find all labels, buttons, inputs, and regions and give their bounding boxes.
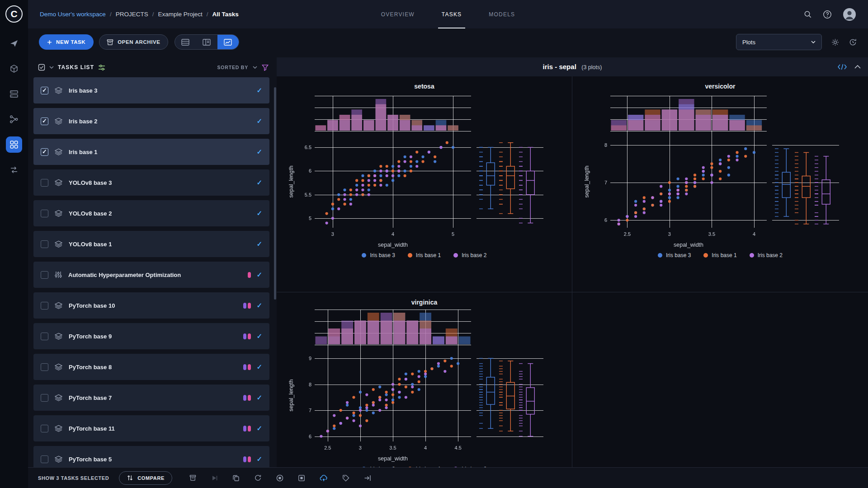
task-tags bbox=[243, 333, 251, 339]
legend-item[interactable]: Iris base 1 bbox=[703, 252, 736, 258]
task-row[interactable]: YOLOv8 base 2✓ bbox=[33, 200, 269, 226]
chevron-down-icon bbox=[811, 41, 816, 43]
breadcrumb: Demo User's workspace/PROJECTS/Example P… bbox=[40, 11, 368, 18]
publish-icon[interactable] bbox=[320, 474, 328, 482]
legend-item[interactable]: Iris base 1 bbox=[408, 252, 441, 258]
task-row[interactable]: Iris base 1✓ bbox=[33, 139, 269, 165]
plot-setosa: setosaIris base 3Iris base 1Iris base 2 bbox=[277, 76, 572, 292]
embed-code-icon[interactable] bbox=[837, 64, 847, 70]
task-checkbox[interactable] bbox=[41, 455, 48, 463]
plots-dropdown[interactable]: Plots bbox=[736, 34, 822, 50]
task-checkbox[interactable] bbox=[41, 425, 48, 432]
sidebar-item-projects[interactable] bbox=[6, 61, 22, 77]
table-view-button[interactable] bbox=[175, 35, 196, 49]
chevron-down-icon[interactable] bbox=[253, 66, 257, 69]
new-task-button[interactable]: NEW TASK bbox=[39, 34, 94, 50]
reset-icon[interactable] bbox=[254, 474, 262, 482]
task-row[interactable]: Iris base 3✓ bbox=[33, 77, 269, 103]
task-row[interactable]: PyTorch base 10✓ bbox=[33, 292, 269, 319]
task-checkbox[interactable] bbox=[41, 363, 48, 371]
completed-status-icon: ✓ bbox=[256, 424, 262, 432]
task-checkbox[interactable] bbox=[41, 333, 48, 340]
plot-empty bbox=[572, 292, 868, 467]
task-row[interactable]: PyTorch base 8✓ bbox=[33, 354, 269, 380]
scrollbar[interactable] bbox=[274, 87, 276, 300]
run-icon[interactable] bbox=[211, 474, 218, 482]
sidebar-item-datasets[interactable] bbox=[6, 86, 22, 102]
task-row[interactable]: YOLOv8 base 1✓ bbox=[33, 231, 269, 257]
legend-item[interactable]: Iris base 3 bbox=[658, 252, 691, 258]
task-checkbox[interactable] bbox=[41, 210, 48, 217]
chart-view-icon bbox=[224, 39, 232, 46]
legend-item[interactable]: Iris base 3 bbox=[362, 252, 395, 258]
tab-models[interactable]: MODELS bbox=[475, 0, 528, 28]
breadcrumb-item[interactable]: PROJECTS bbox=[116, 11, 148, 18]
open-archive-button[interactable]: OPEN ARCHIVE bbox=[99, 34, 168, 50]
abort-children-icon[interactable] bbox=[298, 474, 305, 482]
breadcrumb-item[interactable]: Demo User's workspace bbox=[40, 11, 106, 18]
legend-item[interactable]: Iris base 2 bbox=[453, 252, 486, 258]
move-to-project-icon[interactable] bbox=[364, 474, 371, 482]
chevron-down-icon[interactable] bbox=[49, 66, 54, 69]
sidebar-item-launch[interactable] bbox=[6, 35, 22, 52]
plots-header: iris - sepal (3 plots) bbox=[277, 57, 868, 76]
task-row[interactable]: YOLOv8 base 3✓ bbox=[33, 169, 269, 196]
chart-view-button[interactable] bbox=[217, 35, 239, 49]
tag-dot-pink bbox=[248, 456, 251, 462]
sidebar-item-pipelines[interactable] bbox=[6, 111, 22, 127]
tags-icon[interactable] bbox=[342, 474, 349, 482]
task-checkbox[interactable] bbox=[41, 148, 48, 156]
completed-status-icon: ✓ bbox=[256, 394, 262, 402]
abort-icon[interactable] bbox=[276, 474, 283, 482]
task-row[interactable]: Iris base 2✓ bbox=[33, 108, 269, 134]
completed-status-icon: ✓ bbox=[256, 209, 262, 217]
task-row[interactable]: Automatic Hyperparameter Optimization✓ bbox=[33, 262, 269, 288]
experiment-icon bbox=[55, 425, 62, 432]
task-row[interactable]: PyTorch base 7✓ bbox=[33, 385, 269, 411]
task-checkbox[interactable] bbox=[41, 117, 48, 125]
completed-status-icon: ✓ bbox=[256, 332, 262, 340]
split-view-button[interactable] bbox=[196, 35, 217, 49]
task-checkbox[interactable] bbox=[41, 302, 48, 310]
plot-canvas-setosa[interactable] bbox=[287, 92, 562, 251]
tab-overview[interactable]: OVERVIEW bbox=[368, 0, 428, 28]
help-icon[interactable] bbox=[823, 10, 832, 19]
task-checkbox[interactable] bbox=[41, 87, 48, 94]
selected-count-label[interactable]: SHOW 3 TASKS SELECTED bbox=[38, 475, 109, 481]
task-name: Iris base 2 bbox=[69, 118, 98, 125]
task-checkbox[interactable] bbox=[41, 394, 48, 402]
task-checkbox[interactable] bbox=[41, 179, 48, 187]
avatar[interactable] bbox=[843, 8, 856, 21]
clearml-logo[interactable]: C bbox=[5, 5, 23, 23]
completed-status-icon: ✓ bbox=[256, 301, 262, 310]
task-row[interactable]: PyTorch base 11✓ bbox=[33, 415, 269, 441]
experiment-icon bbox=[55, 333, 62, 340]
legend-item[interactable]: Iris base 2 bbox=[750, 252, 783, 258]
experiment-icon bbox=[55, 210, 62, 217]
auto-refresh-icon[interactable] bbox=[849, 38, 857, 47]
task-checkbox[interactable] bbox=[41, 240, 48, 248]
sidebar-item-applications[interactable] bbox=[6, 136, 22, 153]
tab-tasks[interactable]: TASKS bbox=[428, 0, 475, 28]
filter-funnel-icon[interactable] bbox=[262, 64, 269, 71]
sorted-by-label[interactable]: SORTED BY bbox=[217, 65, 248, 70]
experiment-icon bbox=[55, 455, 62, 463]
filter-settings-icon[interactable] bbox=[98, 64, 105, 71]
select-all-checkbox[interactable] bbox=[38, 64, 45, 71]
clone-icon[interactable] bbox=[232, 474, 240, 482]
task-name: Iris base 3 bbox=[69, 87, 98, 94]
task-row[interactable]: PyTorch base 5✓ bbox=[33, 446, 269, 467]
nav-rail: C bbox=[0, 0, 28, 488]
task-row[interactable]: PyTorch base 9✓ bbox=[33, 323, 269, 349]
collapse-icon[interactable] bbox=[854, 65, 861, 69]
settings-gear-icon[interactable] bbox=[831, 38, 840, 47]
task-checkbox[interactable] bbox=[41, 271, 48, 279]
archive-icon[interactable] bbox=[189, 474, 196, 481]
sidebar-item-orchestration[interactable] bbox=[6, 162, 22, 178]
plot-canvas-versicolor[interactable] bbox=[582, 92, 858, 251]
breadcrumb-item[interactable]: Example Project bbox=[158, 11, 202, 18]
compare-button[interactable]: COMPARE bbox=[119, 471, 172, 485]
search-icon[interactable] bbox=[803, 10, 812, 19]
experiment-icon bbox=[55, 179, 62, 186]
plot-canvas-virginica[interactable] bbox=[287, 306, 562, 465]
